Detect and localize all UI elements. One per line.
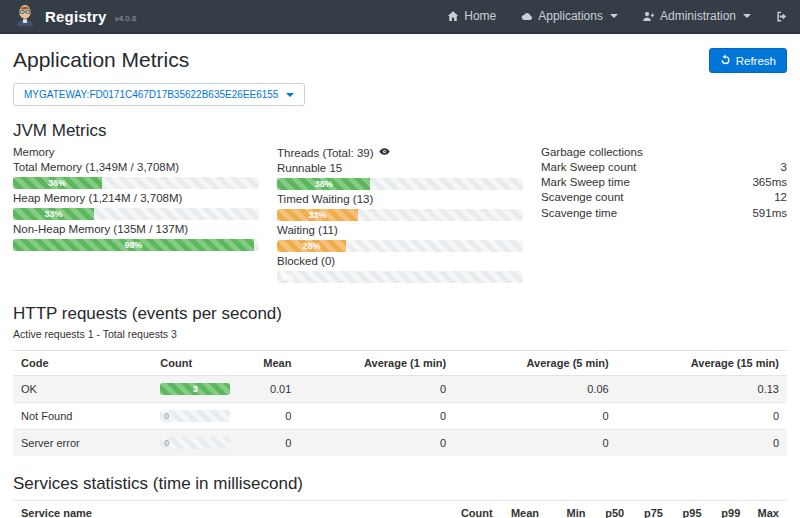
services-statistics-table: Service name Count Mean Min p50 p75 p95 … <box>13 500 787 518</box>
heap-memory-label: Heap Memory (1,214M / 3,708M) <box>13 192 259 204</box>
caret-down-icon <box>610 14 618 18</box>
http-code: Not Found <box>13 403 152 430</box>
brand-name: Registry <box>45 8 107 25</box>
http-requests-subtitle: Active requests 1 - Total requests 3 <box>13 328 787 340</box>
count-value: 0 <box>164 410 169 422</box>
nav-item-applications[interactable]: Applications <box>520 9 618 23</box>
eye-icon[interactable] <box>379 146 390 159</box>
threads-title: Threads (Total: 39) <box>277 147 374 159</box>
gc-value: 365ms <box>752 175 787 190</box>
instance-selector-dropdown[interactable]: MYGATEWAY:FD0171C467D17B35622B635E26EE61… <box>13 83 305 106</box>
http-avg5: 0 <box>454 430 617 457</box>
col-header-avg15: Average (15 min) <box>617 351 787 376</box>
bar-percent-label: 33% <box>277 209 358 221</box>
nonheap-memory-progressbar: 98% <box>13 239 259 251</box>
http-avg1: 0 <box>299 376 454 403</box>
caret-down-icon <box>286 93 294 97</box>
nav-item-label: Applications <box>538 9 603 23</box>
col-header-code: Code <box>13 351 152 376</box>
count-value: 0 <box>164 437 169 449</box>
gc-value: 591ms <box>752 206 787 221</box>
services-table-header-row: Service name Count Mean Min p50 p75 p95 … <box>13 501 787 518</box>
top-navbar: Registry v4.0.6 Home Applications <box>0 0 800 34</box>
gc-label: Mark Sweep count <box>541 160 636 175</box>
instance-selector-value: MYGATEWAY:FD0171C467D17B35622B635E26EE61… <box>24 89 278 100</box>
col-header-count: Count <box>152 351 245 376</box>
bar-percent-label: 38% <box>277 178 370 190</box>
brand-link[interactable]: Registry v4.0.6 <box>12 1 136 31</box>
timed-waiting-progressbar: 33% <box>277 209 523 221</box>
jvm-metrics-heading: JVM Metrics <box>13 121 787 141</box>
col-header-p99: p99 <box>710 501 749 518</box>
nav-item-label: Administration <box>660 9 736 23</box>
runnable-label: Runnable 15 <box>277 162 523 174</box>
brand-version: v4.0.6 <box>115 14 137 23</box>
refresh-label: Refresh <box>736 55 776 67</box>
http-table-header-row: Code Count Mean Average (1 min) Average … <box>13 351 787 376</box>
waiting-label: Waiting (11) <box>277 224 523 236</box>
http-code: Server error <box>13 430 152 457</box>
http-avg15: 0.13 <box>617 376 787 403</box>
threads-column: Threads (Total: 39) Runnable 15 38% Time… <box>277 146 523 286</box>
nav-item-administration[interactable]: Administration <box>642 9 751 23</box>
gc-row: Scavenge time 591ms <box>541 206 787 221</box>
total-memory-label: Total Memory (1,349M / 3,708M) <box>13 161 259 173</box>
gc-row: Mark Sweep time 365ms <box>541 175 787 190</box>
http-mean: 0 <box>245 430 299 457</box>
gc-row: Mark Sweep count 3 <box>541 160 787 175</box>
cloud-icon <box>520 10 533 23</box>
caret-down-icon <box>743 14 751 18</box>
col-header-mean: Mean <box>501 501 547 518</box>
gc-title: Garbage collections <box>541 146 787 158</box>
nonheap-memory-label: Non-Heap Memory (135M / 137M) <box>13 223 259 235</box>
gc-row: Scavenge count 12 <box>541 190 787 205</box>
http-avg1: 0 <box>299 430 454 457</box>
blocked-label: Blocked (0) <box>277 255 523 267</box>
memory-column: Memory Total Memory (1,349M / 3,708M) 36… <box>13 146 259 286</box>
gc-value: 12 <box>774 190 787 205</box>
bar-percent-label: 98% <box>13 239 254 251</box>
count-progressbar: 3 <box>160 383 230 395</box>
http-mean: 0 <box>245 403 299 430</box>
col-header-p50: p50 <box>594 501 633 518</box>
count-progressbar: 0 <box>160 437 230 449</box>
timed-waiting-label: Timed Waiting (13) <box>277 193 523 205</box>
count-value: 3 <box>160 383 230 395</box>
gc-label: Mark Sweep time <box>541 175 630 190</box>
bar-percent-label: 28% <box>277 240 346 252</box>
bar-percent-label: 36% <box>13 177 102 189</box>
http-avg1: 0 <box>299 403 454 430</box>
jvm-metrics-row: Memory Total Memory (1,349M / 3,708M) 36… <box>13 146 787 286</box>
page-title: Application Metrics <box>13 48 189 72</box>
http-avg5: 0 <box>454 403 617 430</box>
http-avg15: 0 <box>617 403 787 430</box>
gc-value: 3 <box>781 160 787 175</box>
home-icon <box>447 10 459 22</box>
user-plus-icon <box>642 10 655 23</box>
runnable-progressbar: 38% <box>277 178 523 190</box>
waiting-progressbar: 28% <box>277 240 523 252</box>
http-mean: 0.01 <box>245 376 299 403</box>
jhipster-avatar-logo <box>12 1 38 31</box>
memory-title: Memory <box>13 146 259 158</box>
col-header-service-name: Service name <box>13 501 450 518</box>
http-avg5: 0.06 <box>454 376 617 403</box>
col-header-mean: Mean <box>245 351 299 376</box>
garbage-collections-column: Garbage collections Mark Sweep count 3 M… <box>541 146 787 286</box>
bar-percent-label: 33% <box>13 208 94 220</box>
refresh-button[interactable]: Refresh <box>709 48 787 73</box>
sign-out-icon <box>775 10 788 23</box>
total-memory-progressbar: 36% <box>13 177 259 189</box>
heap-memory-progressbar: 33% <box>13 208 259 220</box>
nav-item-home[interactable]: Home <box>447 9 496 23</box>
http-requests-heading: HTTP requests (events per second) <box>13 304 787 324</box>
gc-label: Scavenge time <box>541 206 617 221</box>
col-header-count: Count <box>450 501 500 518</box>
http-code: OK <box>13 376 152 403</box>
nav-menu: Home Applications Administration <box>447 9 788 23</box>
http-row-not-found: Not Found 0 0 0 0 0 <box>13 403 787 430</box>
col-header-max: Max <box>748 501 787 518</box>
blocked-progressbar: 0% <box>277 271 523 283</box>
gc-label: Scavenge count <box>541 190 623 205</box>
sign-out-button[interactable] <box>775 10 788 23</box>
